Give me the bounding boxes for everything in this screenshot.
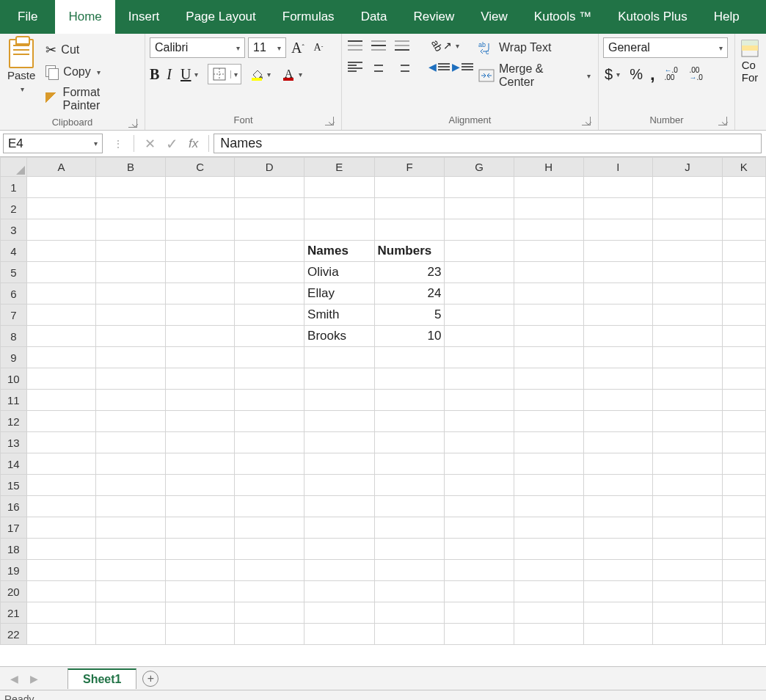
- row-header-2[interactable]: 2: [1, 198, 27, 219]
- cell-K22[interactable]: [722, 624, 765, 645]
- cell-A19[interactable]: [26, 560, 96, 581]
- wrap-text-button[interactable]: abcWrap Text: [475, 39, 594, 56]
- dialog-launcher-icon[interactable]: [718, 117, 727, 125]
- cell-D12[interactable]: [235, 411, 304, 432]
- chevron-down-icon[interactable]: ▾: [230, 70, 241, 79]
- cell-D11[interactable]: [235, 390, 304, 411]
- cell-E19[interactable]: [304, 560, 374, 581]
- tab-formulas[interactable]: Formulas: [269, 0, 348, 34]
- cell-J19[interactable]: [653, 560, 723, 581]
- align-top-button[interactable]: [346, 38, 364, 53]
- cell-E10[interactable]: [304, 368, 374, 390]
- cell-K18[interactable]: [722, 539, 765, 560]
- cell-D22[interactable]: [235, 624, 304, 645]
- cell-A22[interactable]: [26, 624, 96, 645]
- cell-I6[interactable]: [583, 283, 653, 305]
- cell-E13[interactable]: [304, 432, 374, 453]
- cell-J18[interactable]: [653, 539, 723, 560]
- fx-icon[interactable]: fx: [189, 136, 198, 151]
- tab-kutools[interactable]: Kutools ™: [521, 0, 605, 34]
- cell-F7[interactable]: 5: [374, 305, 445, 326]
- row-header-10[interactable]: 10: [1, 368, 27, 390]
- cell-J14[interactable]: [653, 453, 723, 475]
- cell-B13[interactable]: [96, 432, 166, 453]
- cell-F10[interactable]: [374, 368, 445, 390]
- column-header-K[interactable]: K: [722, 158, 765, 177]
- cell-E20[interactable]: [304, 581, 374, 602]
- cell-E16[interactable]: [304, 496, 374, 517]
- cell-B18[interactable]: [96, 539, 166, 560]
- border-button[interactable]: ▾: [208, 64, 241, 84]
- cell-K9[interactable]: [722, 347, 765, 368]
- cell-A3[interactable]: [26, 219, 96, 241]
- cell-A12[interactable]: [26, 411, 96, 432]
- cell-B5[interactable]: [96, 262, 166, 283]
- cell-G18[interactable]: [445, 539, 514, 560]
- tab-home[interactable]: Home: [55, 0, 114, 34]
- cell-A17[interactable]: [26, 517, 96, 539]
- column-header-I[interactable]: I: [583, 158, 653, 177]
- cell-I7[interactable]: [583, 305, 653, 326]
- cell-C16[interactable]: [165, 496, 235, 517]
- cell-F21[interactable]: [374, 602, 445, 624]
- cell-H17[interactable]: [514, 517, 583, 539]
- row-header-6[interactable]: 6: [1, 283, 27, 305]
- cell-F8[interactable]: 10: [374, 326, 445, 347]
- cell-J7[interactable]: [653, 305, 723, 326]
- cell-H3[interactable]: [514, 219, 583, 241]
- dialog-launcher-icon[interactable]: [325, 117, 334, 125]
- cell-E3[interactable]: [304, 219, 374, 241]
- cell-A9[interactable]: [26, 347, 96, 368]
- cell-I10[interactable]: [583, 368, 653, 390]
- row-header-4[interactable]: 4: [1, 241, 27, 262]
- cell-H4[interactable]: [514, 241, 583, 262]
- cell-H8[interactable]: [514, 326, 583, 347]
- cell-B19[interactable]: [96, 560, 166, 581]
- cell-E17[interactable]: [304, 517, 374, 539]
- cell-E14[interactable]: [304, 453, 374, 475]
- cell-C2[interactable]: [165, 198, 235, 219]
- cell-E15[interactable]: [304, 475, 374, 496]
- cell-B10[interactable]: [96, 368, 166, 390]
- cell-D10[interactable]: [235, 368, 304, 390]
- cell-K17[interactable]: [722, 517, 765, 539]
- cell-K21[interactable]: [722, 602, 765, 624]
- cell-C6[interactable]: [165, 283, 235, 305]
- cell-E1[interactable]: [304, 177, 374, 198]
- row-header-14[interactable]: 14: [1, 453, 27, 475]
- cell-E8[interactable]: Brooks: [304, 326, 374, 347]
- cell-I9[interactable]: [583, 347, 653, 368]
- cell-A16[interactable]: [26, 496, 96, 517]
- cell-G3[interactable]: [445, 219, 514, 241]
- cell-B8[interactable]: [96, 326, 166, 347]
- cell-B22[interactable]: [96, 624, 166, 645]
- cell-A4[interactable]: [26, 241, 96, 262]
- row-header-11[interactable]: 11: [1, 390, 27, 411]
- row-header-1[interactable]: 1: [1, 177, 27, 198]
- tab-file[interactable]: File: [0, 0, 55, 34]
- paste-button[interactable]: Paste▾: [4, 37, 38, 95]
- cell-D8[interactable]: [235, 326, 304, 347]
- cell-F11[interactable]: [374, 390, 445, 411]
- cell-I1[interactable]: [583, 177, 653, 198]
- font-color-button[interactable]: A▾: [280, 66, 304, 82]
- cell-J10[interactable]: [653, 368, 723, 390]
- cell-B4[interactable]: [96, 241, 166, 262]
- cancel-icon[interactable]: ✕: [145, 136, 156, 152]
- cell-G13[interactable]: [445, 432, 514, 453]
- cell-I17[interactable]: [583, 517, 653, 539]
- decrease-indent-button[interactable]: ◀: [430, 59, 448, 74]
- cell-K13[interactable]: [722, 432, 765, 453]
- cell-A15[interactable]: [26, 475, 96, 496]
- cell-J17[interactable]: [653, 517, 723, 539]
- cell-G16[interactable]: [445, 496, 514, 517]
- cell-I15[interactable]: [583, 475, 653, 496]
- cell-H15[interactable]: [514, 475, 583, 496]
- cell-C17[interactable]: [165, 517, 235, 539]
- cell-E11[interactable]: [304, 390, 374, 411]
- row-header-18[interactable]: 18: [1, 539, 27, 560]
- cell-B9[interactable]: [96, 347, 166, 368]
- cell-B11[interactable]: [96, 390, 166, 411]
- select-all-corner[interactable]: [1, 158, 27, 177]
- decrease-decimal-button[interactable]: .00→.0: [687, 67, 705, 81]
